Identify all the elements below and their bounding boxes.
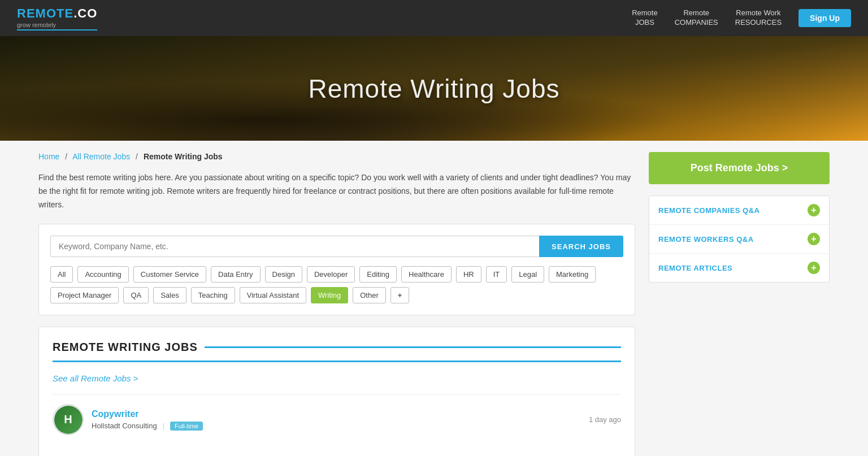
breadcrumb-current: Remote Writing Jobs — [144, 152, 223, 161]
main-container: Home / All Remote Jobs / Remote Writing … — [21, 141, 847, 456]
hero-banner: Remote Writing Jobs — [0, 36, 868, 141]
filter-tag-marketing[interactable]: Marketing — [549, 266, 596, 283]
sidebar-item-label: REMOTE COMPANIES Q&A — [658, 206, 760, 215]
sidebar-item-label: REMOTE ARTICLES — [658, 264, 732, 272]
filter-tag-accounting[interactable]: Accounting — [77, 266, 128, 283]
filter-tag-design[interactable]: Design — [265, 266, 302, 283]
company-name: Hollstadt Consulting — [92, 422, 157, 430]
see-all-jobs-link[interactable]: See all Remote Jobs > — [53, 374, 621, 383]
job-time: 1 day ago — [589, 415, 621, 424]
job-listing: H Copywriter Hollstadt Consulting | Full… — [53, 394, 621, 444]
search-button[interactable]: SEARCH JOBS — [539, 236, 623, 257]
logo-text: REMOTE.CO — [17, 6, 97, 21]
filter-tag-all[interactable]: All — [50, 266, 73, 283]
job-company-row: Hollstadt Consulting | Full-time — [92, 422, 581, 431]
logo[interactable]: REMOTE.CO grow remotely — [17, 6, 97, 31]
filter-tags: AllAccountingCustomer ServiceData EntryD… — [50, 266, 623, 303]
filter-tag-virtual-assistant[interactable]: Virtual Assistant — [240, 287, 306, 303]
sidebar-item-remote-companies-q&a[interactable]: REMOTE COMPANIES Q&A + — [649, 196, 829, 225]
filter-tag-project-manager[interactable]: Project Manager — [50, 287, 119, 303]
filter-tag-healthcare[interactable]: Healthcare — [401, 266, 452, 283]
jobs-section-title: REMOTE WRITING JOBS — [53, 341, 621, 362]
filter-tag-sales[interactable]: Sales — [153, 287, 186, 303]
signup-button[interactable]: Sign Up — [798, 9, 851, 27]
sidebar-item-plus-icon: + — [808, 204, 820, 216]
post-jobs-button[interactable]: Post Remote Jobs > — [649, 152, 830, 184]
filter-more-button[interactable]: + — [390, 287, 410, 303]
filter-tag-qa[interactable]: QA — [123, 287, 149, 303]
search-box: SEARCH JOBS AllAccountingCustomer Servic… — [38, 224, 635, 315]
filter-tag-developer[interactable]: Developer — [307, 266, 355, 283]
filter-tag-hr[interactable]: HR — [456, 266, 481, 283]
sidebar-item-remote-articles[interactable]: REMOTE ARTICLES + — [649, 254, 829, 282]
company-logo: H — [53, 404, 84, 435]
filter-tag-writing[interactable]: Writing — [311, 287, 348, 303]
filter-tag-other[interactable]: Other — [353, 287, 386, 303]
jobs-section: REMOTE WRITING JOBS See all Remote Jobs … — [38, 327, 635, 456]
job-title-link[interactable]: Copywriter — [92, 409, 139, 419]
nav-resources-link[interactable]: Remote Work RESOURCES — [735, 8, 782, 28]
page-description: Find the best remote writing jobs here. … — [38, 171, 635, 211]
sidebar-item-plus-icon: + — [808, 262, 820, 274]
content-left: Home / All Remote Jobs / Remote Writing … — [38, 152, 635, 456]
nav-jobs-link[interactable]: Remote JOBS — [632, 8, 658, 28]
logo-line — [17, 29, 97, 31]
sidebar: Post Remote Jobs > REMOTE COMPANIES Q&A … — [649, 152, 830, 456]
filter-tag-customer-service[interactable]: Customer Service — [133, 266, 206, 283]
filter-tag-legal[interactable]: Legal — [511, 266, 544, 283]
logo-circle: H — [54, 406, 83, 434]
search-row: SEARCH JOBS — [50, 236, 623, 257]
breadcrumb-sep1: / — [65, 152, 67, 161]
nav-links: Remote JOBS Remote COMPANIES Remote Work… — [632, 8, 851, 28]
logo-sub: grow remotely — [17, 21, 56, 28]
breadcrumb-sep2: / — [136, 152, 138, 161]
job-info: Copywriter Hollstadt Consulting | Full-t… — [92, 409, 581, 431]
filter-tag-it[interactable]: IT — [486, 266, 507, 283]
breadcrumb-home-link[interactable]: Home — [38, 152, 59, 161]
sidebar-item-plus-icon: + — [808, 233, 820, 245]
breadcrumb-all-jobs-link[interactable]: All Remote Jobs — [72, 152, 130, 161]
filter-tag-teaching[interactable]: Teaching — [191, 287, 235, 303]
hero-title: Remote Writing Jobs — [308, 73, 559, 104]
nav-companies-link[interactable]: Remote COMPANIES — [675, 8, 718, 28]
sidebar-item-remote-workers-q&a[interactable]: REMOTE WORKERS Q&A + — [649, 225, 829, 254]
search-input[interactable] — [50, 236, 539, 257]
job-badge: Full-time — [170, 422, 203, 431]
sidebar-item-label: REMOTE WORKERS Q&A — [658, 235, 754, 244]
breadcrumb: Home / All Remote Jobs / Remote Writing … — [38, 152, 635, 161]
filter-tag-data-entry[interactable]: Data Entry — [211, 266, 260, 283]
sidebar-links-section: REMOTE COMPANIES Q&A + REMOTE WORKERS Q&… — [649, 196, 830, 283]
navbar: REMOTE.CO grow remotely Remote JOBS Remo… — [0, 0, 868, 36]
filter-tag-editing[interactable]: Editing — [359, 266, 397, 283]
jobs-list: H Copywriter Hollstadt Consulting | Full… — [53, 394, 621, 444]
